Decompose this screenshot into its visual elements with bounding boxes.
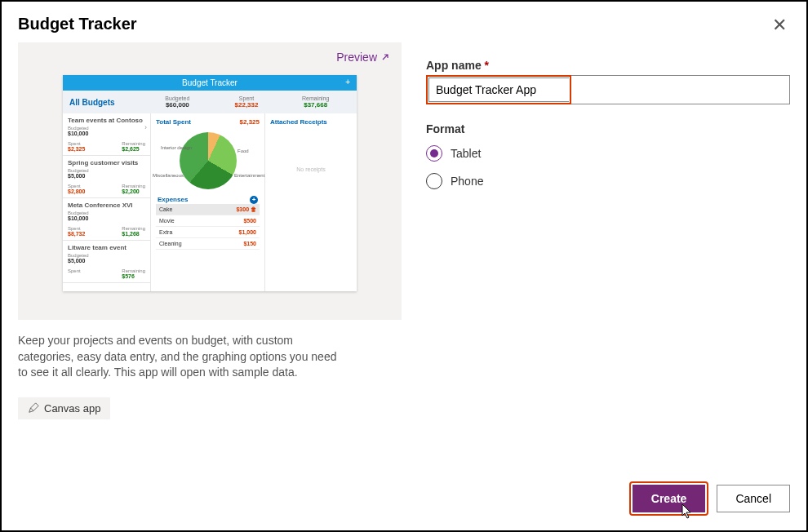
input-highlight [426, 75, 571, 104]
total-spent-value: $2,325 [240, 118, 260, 126]
create-button[interactable]: Create [633, 485, 706, 512]
list-item: Team events at Contoso Budgeted$10,000 S… [63, 113, 150, 156]
format-option-tablet[interactable]: Tablet [426, 145, 790, 162]
app-name-input[interactable] [428, 78, 569, 102]
external-arrow-icon [380, 52, 390, 62]
summary-value: $22,332 [212, 101, 282, 109]
format-label: Format [426, 122, 790, 135]
radio-icon [426, 173, 442, 189]
plus-icon: + [345, 78, 350, 86]
mock-title: Budget Tracker [182, 78, 238, 87]
expense-row: Movie$500 [156, 215, 260, 227]
app-type-badge: Canvas app [18, 397, 110, 419]
cancel-button[interactable]: Cancel [717, 485, 790, 512]
pie-chart-icon [180, 132, 237, 189]
summary-label: Spent [212, 95, 282, 101]
preview-link[interactable]: Preview [336, 51, 390, 64]
app-type-label: Canvas app [44, 402, 100, 415]
total-spent-label: Total Spent [156, 118, 191, 126]
attached-receipts-label: Attached Receipts [270, 118, 352, 126]
mock-receipts-panel: Attached Receipts No receipts [265, 113, 357, 291]
pie-label: Miscellaneous [153, 173, 184, 178]
close-icon[interactable]: ✕ [772, 15, 790, 36]
no-receipts-text: No receipts [270, 166, 352, 172]
list-item: Litware team event Budgeted$5,000 Spent … [63, 241, 150, 283]
expense-row: Cleaning$150 [156, 238, 260, 250]
app-name-label: App name * [426, 59, 790, 72]
preview-label: Preview [336, 51, 377, 64]
page-title: Budget Tracker [18, 15, 137, 33]
summary-label: Remaining [281, 95, 350, 101]
summary-value: $60,000 [143, 101, 212, 109]
list-item: Spring customer visits Budgeted$5,000 Sp… [63, 156, 150, 198]
pie-label: Food [238, 149, 249, 153]
radio-icon [426, 145, 442, 162]
expenses-label: Expenses [158, 196, 188, 204]
required-indicator: * [485, 59, 489, 72]
pie-label: Interior design [161, 145, 192, 150]
list-item: Meta Conference XVI Budgeted$10,000 Spen… [63, 198, 150, 241]
summary-label: Budgeted [143, 95, 212, 101]
radio-label: Phone [451, 175, 483, 188]
radio-label: Tablet [451, 147, 481, 160]
mock-middle: Total Spent$2,325 Interior design Food M… [151, 113, 265, 291]
mock-summary-bar: All Budgets Budgeted$60,000 Spent$22,332… [63, 91, 357, 113]
template-preview-panel: Preview Budget Tracker + All Budgets Bud… [18, 42, 402, 320]
pencil-icon [28, 402, 39, 414]
add-expense-icon: + [250, 196, 258, 204]
all-budgets-label: All Budgets [69, 98, 143, 107]
expense-row: Cake$300 🗑 [156, 204, 260, 215]
pie-label: Entertainment [234, 173, 264, 178]
create-button-highlight: Create [629, 481, 709, 516]
format-option-phone[interactable]: Phone [426, 173, 790, 189]
template-description: Keep your projects and events on budget,… [18, 333, 344, 381]
mock-app: Budget Tracker + All Budgets Budgeted$60… [63, 75, 357, 291]
summary-value: $37,668 [281, 101, 350, 109]
mock-titlebar: Budget Tracker + [63, 75, 357, 91]
expense-row: Extra$1,000 [156, 227, 260, 238]
app-name-input-extension[interactable] [571, 75, 790, 104]
mock-sidebar: Team events at Contoso Budgeted$10,000 S… [63, 113, 151, 291]
